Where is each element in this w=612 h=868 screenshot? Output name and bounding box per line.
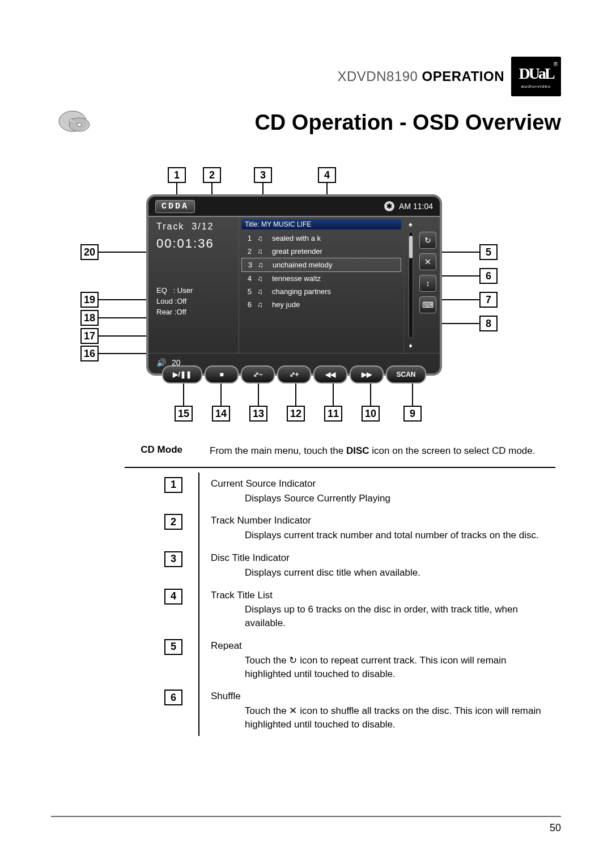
- track-number: 4: [245, 274, 252, 283]
- osd-body: Track 3/12 00:01:36 EQ : User Loud :Off …: [148, 217, 440, 353]
- loud-status: Loud :Off: [156, 297, 234, 305]
- keyboard-button[interactable]: ⌨: [419, 296, 436, 313]
- callout-1: 1: [168, 167, 186, 183]
- callout-14: 14: [212, 406, 230, 422]
- callout-12: 12: [287, 406, 305, 422]
- cd-mode-label: CD Mode: [125, 444, 187, 458]
- folder-nav-button[interactable]: ↕: [419, 275, 436, 292]
- music-note-icon: ♫: [257, 247, 266, 256]
- clock-area: ✱ AM 11:04: [384, 201, 433, 211]
- callout-2: 2: [203, 167, 221, 183]
- track-number: 5: [245, 287, 252, 296]
- desc-item-number: 1: [125, 477, 187, 505]
- music-note-icon: ♫: [257, 274, 266, 283]
- repeat-button[interactable]: ↻: [419, 232, 436, 249]
- osd-left-panel: Track 3/12 00:01:36 EQ : User Loud :Off …: [148, 217, 239, 353]
- logo-subtext: audio•video: [521, 84, 551, 89]
- music-note-icon: ♫: [258, 261, 267, 269]
- desc-item-sub: Displays current disc title when availab…: [211, 566, 555, 580]
- scrollbar[interactable]: ♠ ♦: [403, 217, 417, 353]
- track-number: 6: [245, 300, 252, 309]
- divider: [125, 467, 555, 468]
- clock-text: AM 11:04: [399, 202, 433, 211]
- desc-item: 6ShuffleTouch the ✕ icon to shuffle all …: [125, 685, 555, 735]
- callout-15: 15: [175, 406, 193, 422]
- music-note-icon: ♫: [257, 300, 266, 309]
- track-title: tennesse waltz: [272, 274, 321, 283]
- rear-status: Rear :Off: [156, 308, 234, 316]
- zoom-out-button[interactable]: ⤢−: [241, 365, 275, 384]
- track-row[interactable]: 3♫unchained melody: [241, 258, 401, 272]
- cd-mode-text: From the main menu, touch the DISC icon …: [198, 444, 555, 458]
- next-track-button[interactable]: ▶▶: [350, 365, 384, 384]
- callout-3: 3: [254, 167, 272, 183]
- osd-topbar: CDDA ✱ AM 11:04: [148, 197, 440, 217]
- osd-screen: CDDA ✱ AM 11:04 Track 3/12 00:01:36 EQ :…: [146, 194, 442, 376]
- osd-right-panel: Title: MY MUSIC LIFE 1♫sealed with a k2♫…: [239, 217, 440, 353]
- callout-4: 4: [318, 167, 336, 183]
- track-list: Title: MY MUSIC LIFE 1♫sealed with a k2♫…: [239, 217, 403, 353]
- callout-19: 19: [80, 292, 99, 308]
- desc-item-body: Track Title ListDisplays up to 6 tracks …: [198, 589, 555, 630]
- manual-page: XDVDN8190 OPERATION ® DUaL audio•video C…: [0, 0, 612, 868]
- scroll-down-icon[interactable]: ♦: [409, 342, 412, 350]
- desc-item: 1Current Source IndicatorDisplays Source…: [125, 473, 555, 510]
- callout-8: 8: [479, 316, 498, 331]
- desc-item-body: ShuffleTouch the ✕ icon to shuffle all t…: [198, 690, 555, 731]
- callout-20: 20: [80, 244, 99, 260]
- svg-point-3: [77, 123, 82, 126]
- track-row[interactable]: 2♫great pretender: [241, 245, 401, 258]
- track-row[interactable]: 1♫sealed with a k: [241, 232, 401, 245]
- desc-item-head: Repeat: [211, 640, 242, 651]
- side-button-column: ↻ ✕ ↕ ⌨: [417, 217, 440, 353]
- status-block: EQ : User Loud :Off Rear :Off: [156, 286, 234, 318]
- desc-item-body: Current Source IndicatorDisplays Source …: [198, 477, 555, 505]
- source-indicator: CDDA: [155, 200, 195, 213]
- play-pause-button[interactable]: ▶/❚❚: [162, 365, 202, 384]
- desc-item-sub: Touch the ↻ icon to repeat current track…: [211, 654, 555, 681]
- callout-17: 17: [80, 328, 99, 344]
- stop-button[interactable]: ■: [205, 365, 239, 384]
- desc-item: 4Track Title ListDisplays up to 6 tracks…: [125, 584, 555, 635]
- desc-item-sub: Touch the ✕ icon to shuffle all tracks o…: [211, 704, 555, 731]
- page-number: 50: [550, 822, 561, 834]
- section-title: CD Operation - OSD Overview: [254, 110, 561, 135]
- track-title: sealed with a k: [272, 234, 321, 242]
- scroll-track[interactable]: [409, 232, 413, 338]
- desc-item-body: RepeatTouch the ↻ icon to repeat current…: [198, 639, 555, 680]
- callout-13: 13: [249, 406, 267, 422]
- scan-button[interactable]: SCAN: [386, 365, 426, 384]
- desc-item: 3Disc Title IndicatorDisplays current di…: [125, 547, 555, 584]
- callout-18: 18: [80, 310, 99, 326]
- track-title: changing partners: [272, 287, 331, 296]
- desc-cd-mode: CD Mode From the main menu, touch the DI…: [125, 440, 555, 462]
- callout-9: 9: [403, 406, 422, 422]
- desc-item-head: Track Title List: [211, 590, 273, 601]
- scroll-up-icon[interactable]: ♠: [409, 220, 412, 228]
- callout-7: 7: [479, 292, 498, 308]
- description-section: CD Mode From the main menu, touch the DI…: [125, 440, 555, 736]
- track-number: 2: [245, 247, 252, 256]
- desc-item-sub: Displays Source Currently Playing: [211, 492, 555, 505]
- track-number: 1: [245, 234, 252, 242]
- desc-item-head: Shuffle: [211, 691, 241, 701]
- prev-track-button[interactable]: ◀◀: [313, 365, 347, 384]
- page-header: XDVDN8190 OPERATION ® DUaL audio•video: [338, 57, 561, 96]
- track-row[interactable]: 4♫tennesse waltz: [241, 272, 401, 285]
- zoom-in-button[interactable]: ⤢+: [277, 365, 311, 384]
- desc-item-head: Disc Title Indicator: [211, 552, 290, 563]
- track-row[interactable]: 6♫hey jude: [241, 298, 401, 311]
- callout-16: 16: [80, 346, 99, 361]
- desc-item-body: Track Number IndicatorDisplays current t…: [198, 514, 555, 542]
- music-note-icon: ♫: [257, 287, 266, 296]
- eq-status: EQ : User: [156, 286, 234, 295]
- shuffle-button[interactable]: ✕: [419, 253, 436, 270]
- desc-item-head: Current Source Indicator: [211, 478, 316, 489]
- desc-item-number: 2: [125, 514, 187, 542]
- scroll-thumb[interactable]: [409, 236, 413, 258]
- callout-5: 5: [479, 244, 498, 260]
- desc-item-number: 3: [125, 551, 187, 580]
- track-row[interactable]: 5♫changing partners: [241, 285, 401, 298]
- transport-controls: ▶/❚❚ ■ ⤢− ⤢+ ◀◀ ▶▶ SCAN: [159, 363, 430, 386]
- desc-item-number: 5: [125, 639, 187, 680]
